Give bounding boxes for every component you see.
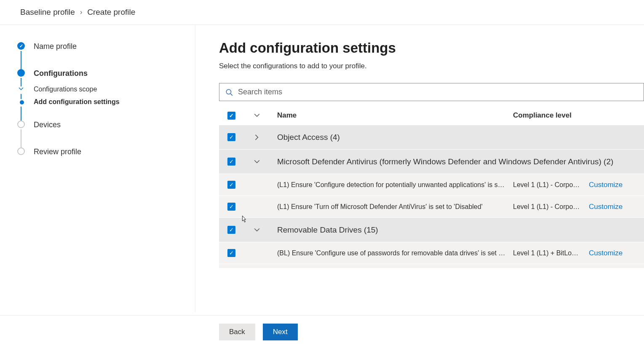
step-configurations[interactable]: Configurations: [17, 69, 185, 85]
row-checkbox[interactable]: ✓: [227, 249, 235, 257]
next-button[interactable]: Next: [263, 324, 298, 340]
step-label: Devices: [34, 120, 61, 129]
item-name: (BL) Ensure 'Configure use of passwords …: [270, 249, 505, 257]
item-compliance: Level 1 (L1) + BitLocke…: [505, 249, 581, 257]
svg-point-0: [226, 89, 231, 94]
table-row[interactable]: ✓ (L1) Ensure 'Configure detection for p…: [219, 174, 644, 196]
step-review-profile[interactable]: Review profile: [17, 147, 185, 156]
breadcrumb-parent[interactable]: Baseline profile: [20, 8, 75, 17]
table-row[interactable]: ✓ (L1) Ensure 'Turn off Microsoft Defend…: [219, 196, 644, 218]
row-checkbox[interactable]: ✓: [227, 226, 235, 234]
step-label: Configurations: [34, 69, 88, 78]
search-box[interactable]: [219, 83, 644, 101]
item-name: (L1) Ensure 'Configure detection for pot…: [270, 181, 505, 189]
group-name: Object Access (4): [270, 133, 505, 142]
wizard-stepper: ✓ Name profile Configurations Configurat…: [0, 25, 195, 312]
chevron-down-icon: [254, 227, 260, 233]
chevron-down-icon: [254, 112, 260, 118]
group-row-object-access[interactable]: ✓ Object Access (4): [219, 125, 644, 150]
search-input[interactable]: [237, 87, 638, 97]
table-header: ✓ Name Compliance level: [219, 107, 644, 125]
group-row-defender[interactable]: ✓ Microsoft Defender Antivirus (formerly…: [219, 150, 644, 174]
group-name: Removable Data Drives (15): [270, 225, 505, 235]
configurations-table: ✓ Name Compliance level ✓: [219, 107, 644, 268]
row-checkbox[interactable]: ✓: [227, 133, 235, 141]
group-name: Microsoft Defender Antivirus (formerly W…: [270, 157, 632, 166]
breadcrumb: Baseline profile › Create profile: [0, 0, 644, 25]
step-name-profile[interactable]: ✓ Name profile: [17, 42, 185, 69]
step-label: Name profile: [34, 42, 77, 51]
check-icon: ✓: [17, 42, 25, 50]
select-all-checkbox[interactable]: ✓: [227, 112, 235, 120]
current-substep-icon: [20, 100, 24, 104]
expand-toggle[interactable]: [244, 159, 270, 165]
substep-configurations-scope[interactable]: Configurations scope: [17, 85, 185, 97]
chevron-down-icon: [17, 85, 25, 93]
row-checkbox[interactable]: ✓: [227, 203, 235, 211]
row-checkbox[interactable]: ✓: [227, 158, 235, 166]
customize-link[interactable]: Customize: [589, 181, 623, 189]
chevron-down-icon: [254, 159, 260, 165]
step-label: Add configuration settings: [34, 97, 120, 107]
breadcrumb-current: Create profile: [87, 8, 135, 17]
table-row-partial: [219, 264, 644, 268]
chevron-right-icon: [254, 134, 260, 140]
column-header-name[interactable]: Name: [270, 111, 505, 120]
column-header-compliance[interactable]: Compliance level: [505, 111, 581, 120]
step-devices[interactable]: Devices: [17, 120, 185, 147]
substep-add-config-settings[interactable]: Add configuration settings: [17, 97, 185, 120]
step-label: Configurations scope: [34, 85, 97, 94]
page-subtitle: Select the configurations to add to your…: [219, 62, 644, 70]
pending-step-icon: [17, 120, 25, 128]
chevron-right-icon: ›: [80, 8, 82, 16]
item-name: (L1) Ensure 'Turn off Microsoft Defender…: [270, 203, 505, 211]
svg-line-1: [230, 94, 232, 96]
group-row-removable-drives[interactable]: ✓ Removable Data Drives (15): [219, 218, 644, 242]
active-step-icon: [17, 69, 25, 77]
expand-all-toggle[interactable]: [244, 112, 270, 118]
pending-step-icon: [17, 147, 25, 155]
back-button[interactable]: Back: [219, 324, 255, 340]
wizard-footer: Back Next: [0, 315, 644, 348]
search-icon: [225, 88, 233, 96]
expand-toggle[interactable]: [244, 134, 270, 140]
item-compliance: Level 1 (L1) - Corporat…: [505, 203, 581, 211]
row-checkbox[interactable]: ✓: [227, 181, 235, 189]
step-label: Review profile: [34, 147, 81, 156]
item-compliance: Level 1 (L1) - Corporat…: [505, 181, 581, 189]
table-row[interactable]: ✓ (BL) Ensure 'Configure use of password…: [219, 242, 644, 264]
page-title: Add configuration settings: [219, 40, 644, 56]
customize-link[interactable]: Customize: [589, 203, 623, 211]
customize-link[interactable]: Customize: [589, 249, 623, 257]
expand-toggle[interactable]: [244, 227, 270, 233]
